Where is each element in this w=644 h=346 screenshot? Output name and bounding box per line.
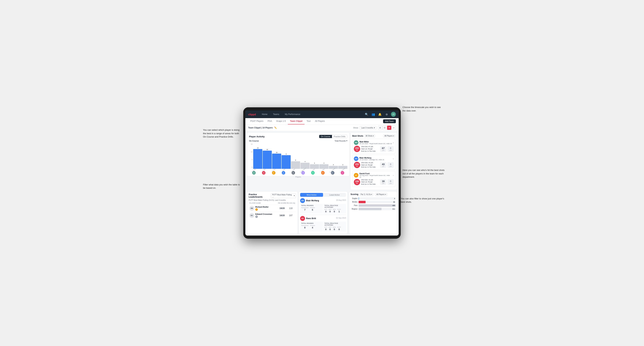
plus-circle-icon[interactable]: ⊕ <box>384 112 389 117</box>
shot-stat2-unit-2: yds <box>390 183 392 184</box>
search-icon[interactable]: 🔍 <box>364 112 369 117</box>
chevron-right-icon: › <box>393 141 394 144</box>
chart-metric-value: Total Rounds <box>334 140 346 142</box>
shots-filter-dropdown[interactable]: All Shots ▾ <box>364 134 375 137</box>
scoring-bar-row-1: Birdies 96 <box>350 201 396 203</box>
activity-panel-title: Player Activity <box>249 135 319 138</box>
scoring-players-filter[interactable]: All Players ▾ <box>375 193 387 196</box>
scoring-par-filter[interactable]: Par 3, 4 & 5s ▾ <box>360 193 374 196</box>
tablet-frame: clippd Home Teams My Performance 🔍 👥 🔔 ⊕… <box>243 107 401 238</box>
bar-value-0: 13 <box>257 147 259 149</box>
scoring-bars: Eagles 3 Birdies 96 Pars 499 Bogeys 311 <box>350 197 396 210</box>
x-label-7: M. Miller MM <box>318 170 328 174</box>
x-label-0: B. McHarg BM <box>249 170 259 174</box>
shot-card-0[interactable]: MM Matt Miller 09 Jun 2023 · Royal North… <box>352 139 395 154</box>
pl-rank-badge-1: 2 <box>255 215 258 218</box>
sc-bar-track-3: 311 <box>358 208 396 210</box>
ma-stats-grid-1: Total Rounds Tournament 8 Practice 4 Tot… <box>300 222 346 231</box>
view-grid2-icon[interactable]: ⊞ <box>378 126 382 130</box>
player-course-2: 24 Aug 2023 · Royal North Devon GC, Hole… <box>360 174 392 178</box>
shot-stat1-2: 16 yds <box>380 179 386 185</box>
annotation-top-right: Choose the timescale you wish to see the… <box>402 106 443 112</box>
add-team-button[interactable]: Add Team <box>383 119 396 123</box>
shot-player-info-2: DF David Ford 24 Aug 2023 · Royal North … <box>354 173 394 178</box>
most-active-entries: BM Blair McHarg 26 Aug 2023 Total Rounds… <box>300 198 346 231</box>
tab-tour[interactable]: Tour <box>304 118 313 124</box>
ma-player-name-1: Rees Britt <box>306 217 316 220</box>
tab-most-active[interactable]: Most Active <box>300 193 323 197</box>
on-course-toggle[interactable]: On Course <box>319 135 332 138</box>
pl-badge-row-0: 1 <box>255 208 278 211</box>
x-label-4: E. Ebert EE <box>288 170 298 174</box>
brand-logo: clippd <box>248 113 256 116</box>
users-icon[interactable]: 👥 <box>371 112 376 117</box>
view-heart-icon[interactable]: ♥ <box>387 126 391 130</box>
practice-leaderboard-panel: Practice Leaderboards PUTT Must Make Put… <box>247 191 298 234</box>
players-x-label: Players <box>249 176 348 178</box>
edit-icon[interactable]: ✏️ <box>274 127 277 129</box>
shot-stat1-unit-0: yds <box>382 150 384 151</box>
sc-bar-track-0: 3 <box>358 197 396 200</box>
bar-2: 10 <box>272 143 281 169</box>
players-filter-dropdown[interactable]: All Players ▾ <box>383 134 395 137</box>
chevron-down-icon: ▾ <box>294 195 295 197</box>
team-title: Team Clippd | 14 Players <box>248 127 273 129</box>
x-label-8: E. Crossman EC <box>328 170 338 174</box>
chevron-down-icon: ▾ <box>385 193 386 195</box>
nav-home[interactable]: Home <box>261 113 268 116</box>
pl-name-wrap-1: Edward Crossman 2 <box>255 213 278 218</box>
view-grid3-icon[interactable]: ⊟ <box>382 126 387 130</box>
bar-fill-4 <box>291 161 300 169</box>
chevron-right-icon: › <box>393 157 394 160</box>
ma-player-name-0: Blair McHarg <box>306 199 319 202</box>
scoring-players-value: All Players <box>376 193 384 195</box>
best-shots-panel: Best Shots All Shots ▾ All Players ▾ <box>350 133 397 190</box>
chart-metric-dropdown[interactable]: Total Rounds ▾ <box>334 140 348 142</box>
bar-value-4: 5 <box>295 159 296 161</box>
pl-player-name-1: Edward Crossman <box>255 213 278 215</box>
top-nav: clippd Home Teams My Performance 🔍 👥 🔔 ⊕… <box>245 110 399 118</box>
view-list-icon[interactable]: ≡ <box>392 126 396 130</box>
shot-stat1-val-2: 16 <box>382 180 385 183</box>
tab-pgat-players[interactable]: PGAT Players <box>248 118 266 124</box>
shot-badge-0: 200 SG <box>354 146 360 152</box>
pl-title: Practice Leaderboards <box>249 193 271 198</box>
shot-badge-2: 198 SG <box>354 179 360 185</box>
pl-dropdown[interactable]: PUTT Must Make Putting ... ▾ <box>271 193 296 198</box>
bar-0: 13 <box>253 143 262 169</box>
bar-value-5: 4 <box>305 161 306 162</box>
tab-all-players[interactable]: All Players <box>313 118 327 124</box>
sc-bar-val-1: 96 <box>393 201 395 203</box>
time-filter-dropdown[interactable]: Last 3 months ▾ <box>360 126 376 130</box>
tablet-screen: clippd Home Teams My Performance 🔍 👥 🔔 ⊕… <box>245 110 399 235</box>
sc-bar-label-3: Bogeys <box>350 208 358 210</box>
shot-stat1-0: 67 yds <box>380 146 386 152</box>
ma-date-1: 02 Sep 2023 <box>336 217 346 219</box>
player-activity-panel: Player Activity On Course Practice Drill… <box>247 133 350 176</box>
y-axis: 15 10 5 0 <box>249 143 252 169</box>
shot-stat2-val-1: 0 <box>390 163 391 166</box>
shot-stat2-unit-0: yds <box>390 150 392 151</box>
shot-stat2-val-0: 0 <box>390 147 391 150</box>
scoring-header: Scoring Par 3, 4 & 5s ▾ All Players ▾ <box>350 193 396 196</box>
bar-value-3: 9 <box>286 153 286 155</box>
shots-filter-value: All Shots <box>366 135 372 137</box>
nav-my-performance[interactable]: My Performance <box>284 113 301 116</box>
activity-panel-header: Player Activity On Course Practice Drill… <box>249 135 348 138</box>
bar-6: 3 <box>310 143 319 169</box>
tab-least-active[interactable]: Least Active <box>323 193 346 197</box>
x-label-9: L. Robertson LR <box>338 170 348 174</box>
nav-teams[interactable]: Teams <box>272 113 280 116</box>
chart-label: On Course <box>249 140 259 142</box>
shot-card-2[interactable]: DF David Ford 24 Aug 2023 · Royal North … <box>352 171 395 187</box>
pl-avg-1: 107 <box>286 214 295 217</box>
shot-stat1-unit-2: yds <box>382 183 384 184</box>
shot-card-1[interactable]: BM Blair McHarg 23 Jul 2023 · Ashridge G… <box>352 155 395 170</box>
tab-pga[interactable]: PGA <box>266 118 274 124</box>
bell-icon[interactable]: 🔔 <box>378 112 382 117</box>
practice-drills-toggle[interactable]: Practice Drills <box>332 135 347 138</box>
tab-team-clippd[interactable]: Team Clippd <box>288 118 304 124</box>
tab-hcaps[interactable]: Hcaps 1-5 <box>274 118 288 124</box>
pl-name-wrap-0: Richard Butler 1 <box>255 206 278 211</box>
user-avatar[interactable]: JD <box>391 112 396 117</box>
